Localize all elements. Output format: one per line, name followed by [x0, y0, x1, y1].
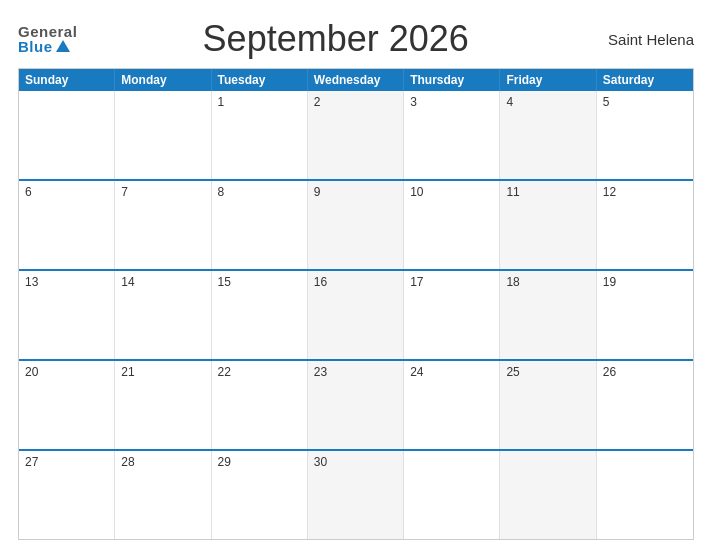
day-number: 24: [410, 365, 423, 379]
day-number: 20: [25, 365, 38, 379]
day-cell-w3-d3: 23: [308, 361, 404, 449]
logo-general-text: General: [18, 24, 77, 39]
day-number: 30: [314, 455, 327, 469]
day-cell-w1-d3: 9: [308, 181, 404, 269]
day-cell-w4-d2: 29: [212, 451, 308, 539]
header-wednesday: Wednesday: [308, 69, 404, 91]
day-headers-row: Sunday Monday Tuesday Wednesday Thursday…: [19, 69, 693, 91]
day-cell-w2-d0: 13: [19, 271, 115, 359]
header-thursday: Thursday: [404, 69, 500, 91]
location-label: Saint Helena: [594, 31, 694, 48]
day-number: 15: [218, 275, 231, 289]
day-number: 14: [121, 275, 134, 289]
day-number: 18: [506, 275, 519, 289]
day-cell-w4-d1: 28: [115, 451, 211, 539]
day-cell-w3-d2: 22: [212, 361, 308, 449]
day-cell-w0-d4: 3: [404, 91, 500, 179]
day-number: 19: [603, 275, 616, 289]
day-cell-w4-d0: 27: [19, 451, 115, 539]
day-cell-w4-d5: [500, 451, 596, 539]
day-cell-w0-d6: 5: [597, 91, 693, 179]
header: General Blue September 2026 Saint Helena: [18, 18, 694, 60]
day-number: 21: [121, 365, 134, 379]
week-row-5: 27282930: [19, 449, 693, 539]
weeks-container: 1234567891011121314151617181920212223242…: [19, 91, 693, 539]
day-number: 3: [410, 95, 417, 109]
week-row-1: 12345: [19, 91, 693, 179]
day-cell-w4-d4: [404, 451, 500, 539]
day-number: 12: [603, 185, 616, 199]
day-number: 29: [218, 455, 231, 469]
day-cell-w3-d1: 21: [115, 361, 211, 449]
day-cell-w1-d4: 10: [404, 181, 500, 269]
calendar-title: September 2026: [77, 18, 594, 60]
day-cell-w1-d6: 12: [597, 181, 693, 269]
day-number: 22: [218, 365, 231, 379]
day-cell-w2-d6: 19: [597, 271, 693, 359]
day-cell-w1-d0: 6: [19, 181, 115, 269]
day-number: 2: [314, 95, 321, 109]
day-cell-w1-d5: 11: [500, 181, 596, 269]
day-cell-w0-d1: [115, 91, 211, 179]
day-number: 26: [603, 365, 616, 379]
day-number: 8: [218, 185, 225, 199]
day-number: 9: [314, 185, 321, 199]
day-cell-w2-d5: 18: [500, 271, 596, 359]
day-number: 6: [25, 185, 32, 199]
day-number: 28: [121, 455, 134, 469]
header-friday: Friday: [500, 69, 596, 91]
day-cell-w3-d0: 20: [19, 361, 115, 449]
week-row-2: 6789101112: [19, 179, 693, 269]
day-number: 17: [410, 275, 423, 289]
day-number: 10: [410, 185, 423, 199]
week-row-4: 20212223242526: [19, 359, 693, 449]
week-row-3: 13141516171819: [19, 269, 693, 359]
day-cell-w2-d4: 17: [404, 271, 500, 359]
day-cell-w2-d2: 15: [212, 271, 308, 359]
day-number: 7: [121, 185, 128, 199]
day-cell-w0-d5: 4: [500, 91, 596, 179]
day-cell-w0-d2: 1: [212, 91, 308, 179]
day-number: 11: [506, 185, 519, 199]
day-number: 23: [314, 365, 327, 379]
day-cell-w0-d3: 2: [308, 91, 404, 179]
header-monday: Monday: [115, 69, 211, 91]
header-sunday: Sunday: [19, 69, 115, 91]
header-tuesday: Tuesday: [212, 69, 308, 91]
logo-triangle-icon: [56, 40, 70, 52]
day-cell-w0-d0: [19, 91, 115, 179]
day-number: 25: [506, 365, 519, 379]
day-number: 5: [603, 95, 610, 109]
day-number: 16: [314, 275, 327, 289]
day-cell-w2-d3: 16: [308, 271, 404, 359]
calendar-page: General Blue September 2026 Saint Helena…: [0, 0, 712, 550]
day-cell-w2-d1: 14: [115, 271, 211, 359]
day-cell-w4-d6: [597, 451, 693, 539]
day-cell-w3-d4: 24: [404, 361, 500, 449]
day-number: 27: [25, 455, 38, 469]
day-cell-w3-d5: 25: [500, 361, 596, 449]
day-cell-w1-d2: 8: [212, 181, 308, 269]
calendar-grid: Sunday Monday Tuesday Wednesday Thursday…: [18, 68, 694, 540]
day-number: 4: [506, 95, 513, 109]
day-cell-w3-d6: 26: [597, 361, 693, 449]
day-cell-w4-d3: 30: [308, 451, 404, 539]
day-cell-w1-d1: 7: [115, 181, 211, 269]
day-number: 1: [218, 95, 225, 109]
day-number: 13: [25, 275, 38, 289]
logo: General Blue: [18, 24, 77, 54]
header-saturday: Saturday: [597, 69, 693, 91]
logo-blue-text: Blue: [18, 39, 77, 54]
